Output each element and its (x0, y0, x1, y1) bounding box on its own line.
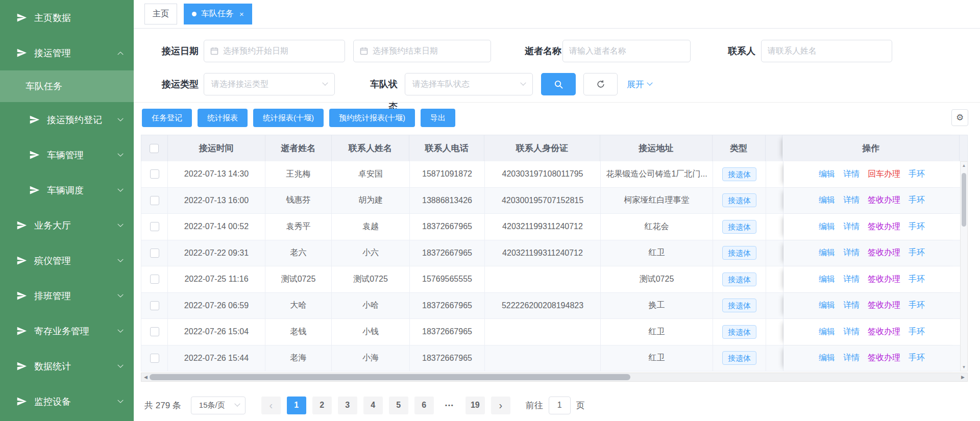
action-link[interactable]: 签收办理 (868, 247, 900, 258)
scroll-left-icon[interactable]: ◀ (141, 373, 150, 381)
type-badge: 接遗体 (722, 246, 756, 260)
action-link[interactable]: 编辑 (819, 169, 835, 180)
action-link[interactable]: 签收办理 (868, 327, 900, 337)
toolbar-button-2[interactable]: 统计报表(十堰) (253, 109, 324, 127)
filter-date-label: 接运日期 (154, 40, 199, 62)
toolbar-button-4[interactable]: 导出 (421, 109, 455, 127)
refresh-button[interactable] (583, 73, 618, 95)
sidebar-item-0[interactable]: 主页数据 (0, 0, 134, 35)
row-checkbox[interactable] (150, 196, 159, 205)
prev-page-button[interactable]: ‹ (261, 397, 281, 414)
page-button-1[interactable]: 1 (287, 397, 306, 414)
toolbar-button-0[interactable]: 任务登记 (142, 109, 192, 127)
sidebar-item-4[interactable]: 车辆管理 (0, 137, 134, 172)
sidebar-item-2[interactable]: 车队任务 (0, 70, 134, 102)
action-link[interactable]: 手环 (909, 353, 925, 363)
action-link[interactable]: 编辑 (819, 195, 835, 206)
horizontal-scrollbar[interactable]: ◀ ▶ (141, 373, 968, 382)
deceased-name-input[interactable] (569, 46, 684, 56)
action-link[interactable]: 签收办理 (868, 353, 900, 363)
ellipsis-pages[interactable]: ••• (440, 397, 459, 414)
chevron-down-icon (322, 80, 328, 86)
action-link[interactable]: 签收办理 (868, 221, 900, 232)
action-link[interactable]: 详情 (843, 327, 860, 337)
goto-page-input[interactable] (549, 397, 571, 414)
contact-name-field[interactable] (761, 40, 892, 62)
action-link[interactable]: 编辑 (819, 247, 835, 258)
action-link[interactable]: 编辑 (819, 353, 835, 363)
action-link[interactable]: 详情 (843, 274, 860, 285)
row-checkbox[interactable] (150, 327, 159, 336)
page-button-19[interactable]: 19 (465, 397, 485, 414)
row-checkbox[interactable] (150, 249, 159, 258)
action-link[interactable]: 编辑 (819, 221, 835, 232)
row-checkbox[interactable] (150, 301, 159, 310)
scroll-up-icon[interactable]: ▲ (961, 163, 967, 168)
tab-home[interactable]: 主页 (144, 4, 177, 24)
action-link[interactable]: 签收办理 (868, 195, 900, 206)
toolbar-button-1[interactable]: 统计报表 (198, 109, 248, 127)
contact-name-input[interactable] (768, 46, 886, 56)
page-button-3[interactable]: 3 (338, 397, 357, 414)
sidebar-item-6[interactable]: 业务大厅 (0, 208, 134, 243)
scroll-right-icon[interactable]: ▶ (959, 373, 967, 381)
sidebar-item-5[interactable]: 车辆调度 (0, 172, 134, 208)
sidebar-item-7[interactable]: 殡仪管理 (0, 243, 134, 278)
action-link[interactable]: 手环 (909, 221, 925, 232)
sidebar-item-3[interactable]: 接运预约登记 (0, 102, 134, 137)
date-end-input[interactable] (373, 46, 484, 56)
close-icon[interactable]: × (239, 10, 244, 18)
page-button-2[interactable]: 2 (312, 397, 332, 414)
deceased-name-field[interactable] (562, 40, 691, 62)
select-all-checkbox[interactable] (150, 144, 159, 153)
date-start-input[interactable] (223, 46, 338, 56)
action-link[interactable]: 详情 (843, 247, 860, 258)
action-link[interactable]: 手环 (909, 274, 925, 285)
table-row: 2022-07-26 15:44老海小海18372667965红卫接遗体编辑详情… (141, 345, 968, 372)
action-link[interactable]: 详情 (843, 300, 860, 311)
row-checkbox[interactable] (150, 169, 159, 179)
scroll-down-icon[interactable]: ▼ (961, 365, 967, 369)
transfer-type-select[interactable]: 请选择接运类型 (204, 73, 335, 95)
vertical-scrollbar[interactable]: ▲ ▼ (960, 161, 968, 372)
row-checkbox[interactable] (150, 222, 159, 231)
action-link[interactable]: 手环 (909, 195, 925, 206)
page-button-4[interactable]: 4 (363, 397, 383, 414)
date-end-field[interactable] (353, 40, 491, 62)
action-link[interactable]: 手环 (909, 300, 925, 311)
sidebar-item-10[interactable]: 数据统计 (0, 349, 134, 384)
action-link[interactable]: 手环 (909, 169, 925, 180)
row-checkbox[interactable] (150, 275, 159, 284)
fleet-status-select[interactable]: 请选择车队状态 (405, 73, 533, 95)
action-link[interactable]: 手环 (909, 327, 925, 337)
column-settings-button[interactable]: ⚙ (951, 109, 968, 126)
next-page-button[interactable]: › (491, 397, 510, 414)
page-size-select[interactable]: 15条/页 (191, 397, 246, 414)
action-link[interactable]: 编辑 (819, 300, 835, 311)
cell-actions: 编辑详情签收办理手环 (783, 266, 961, 292)
action-link[interactable]: 回车办理 (868, 169, 900, 180)
date-start-field[interactable] (204, 40, 345, 62)
sidebar-item-9[interactable]: 寄存业务管理 (0, 313, 134, 349)
horizontal-scroll-thumb[interactable] (150, 374, 630, 380)
action-link[interactable]: 详情 (843, 221, 860, 232)
row-checkbox[interactable] (150, 354, 159, 363)
page-button-5[interactable]: 5 (389, 397, 408, 414)
action-link[interactable]: 编辑 (819, 327, 835, 337)
action-link[interactable]: 手环 (909, 247, 925, 258)
toolbar-button-3[interactable]: 预约统计报表(十堰) (329, 109, 415, 127)
tab-fleet-tasks[interactable]: 车队任务 × (184, 4, 252, 24)
sidebar-item-11[interactable]: 监控设备 (0, 384, 134, 419)
page-button-6[interactable]: 6 (414, 397, 434, 414)
action-link[interactable]: 签收办理 (868, 274, 900, 285)
action-link[interactable]: 详情 (843, 195, 860, 206)
action-link[interactable]: 详情 (843, 169, 860, 180)
action-link[interactable]: 编辑 (819, 274, 835, 285)
expand-link[interactable]: 展开 (627, 73, 652, 95)
sidebar-item-8[interactable]: 排班管理 (0, 278, 134, 313)
sidebar-item-1[interactable]: 接运管理 (0, 35, 134, 70)
vertical-scroll-thumb[interactable] (962, 173, 966, 227)
action-link[interactable]: 签收办理 (868, 300, 900, 311)
search-button[interactable] (541, 73, 576, 95)
action-link[interactable]: 详情 (843, 353, 860, 363)
